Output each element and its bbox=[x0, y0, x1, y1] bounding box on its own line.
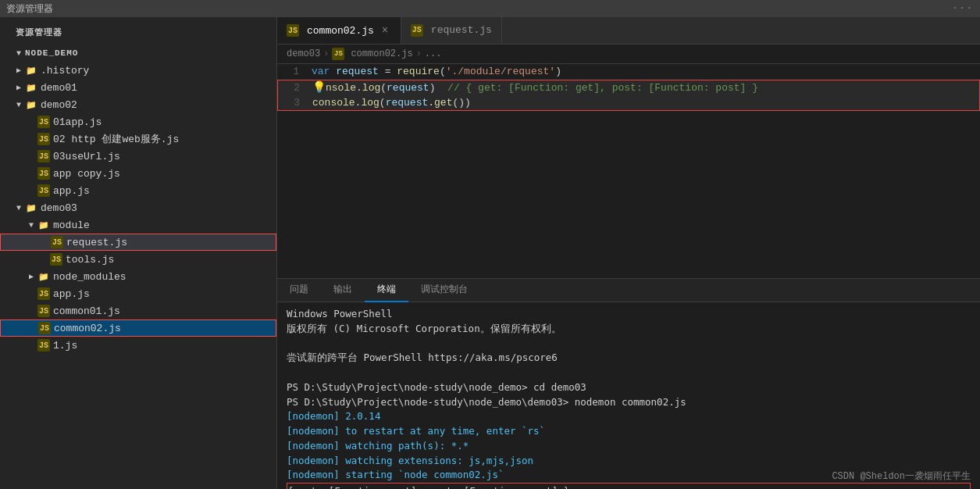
line-num-1: 1 bbox=[277, 64, 308, 79]
breadcrumb-part3: ... bbox=[425, 48, 442, 59]
terminal-panel: 问题 输出 终端 调试控制台 Windows PowerShell 版权所有 (… bbox=[277, 278, 980, 489]
sidebar-item-appjs[interactable]: JSapp.js bbox=[0, 285, 276, 302]
demo01-folder-icon: 📁 bbox=[25, 81, 37, 94]
title-label: 资源管理器 bbox=[6, 2, 53, 16]
terminal-line-9: [nodemon] watching extensions: js,mjs,js… bbox=[287, 454, 971, 469]
tab-common02[interactable]: JS common02.js × bbox=[277, 17, 401, 44]
terminal-line-8: [nodemon] watching path(s): *.* bbox=[287, 439, 971, 454]
node_modules-folder-icon: 📁 bbox=[37, 270, 50, 283]
root-label: NODE_DEMO bbox=[25, 48, 276, 58]
panel-tab-debug[interactable]: 调试控制台 bbox=[408, 279, 480, 302]
code-highlight-block: 2 💡nsole.log(request) // { get: [Functio… bbox=[277, 80, 980, 111]
03useUrl-label: 03useUrl.js bbox=[53, 151, 276, 162]
terminal-line-3: 尝试新的跨平台 PowerShell https://aka.ms/pscore… bbox=[287, 351, 971, 366]
line-content-2: 💡nsole.log(request) // { get: [Function:… bbox=[309, 80, 979, 95]
sidebar-item-requestjs[interactable]: JSrequest.js bbox=[0, 234, 276, 251]
terminal-content[interactable]: Windows PowerShell 版权所有 (C) Microsoft Co… bbox=[277, 302, 980, 489]
more-options[interactable]: ··· bbox=[952, 3, 974, 14]
sidebar-header: 资源管理器 bbox=[6, 20, 72, 41]
code-line-1: 1 var request = require('./module/reques… bbox=[277, 64, 980, 79]
common01-js-icon: JS bbox=[37, 305, 50, 317]
sidebar-tree: ▼ NODE_DEMO ▶📁.history▶📁demo01▼📁demo02JS… bbox=[0, 45, 276, 489]
demo03-chevron: ▼ bbox=[12, 202, 25, 214]
demo02-chevron: ▼ bbox=[12, 98, 25, 111]
sidebar-item-appcopy[interactable]: JSapp copy.js bbox=[0, 165, 276, 182]
breadcrumb-part2: common02.js bbox=[351, 48, 412, 59]
demo01-label: demo01 bbox=[41, 82, 276, 94]
onejs-label: 1.js bbox=[53, 340, 276, 352]
02http-js-icon: JS bbox=[37, 133, 50, 145]
sidebar-item-01app[interactable]: JS01app.js bbox=[0, 113, 276, 130]
line-num-3: 3 bbox=[278, 95, 309, 110]
appcopy-label: app copy.js bbox=[53, 168, 276, 180]
node_modules-chevron: ▶ bbox=[25, 270, 37, 283]
toolsjs-js-icon: JS bbox=[50, 253, 62, 266]
sidebar-item-demo02[interactable]: ▼📁demo02 bbox=[0, 96, 276, 113]
tab-bar: JS common02.js × JS request.js bbox=[277, 17, 980, 45]
line-content-1: var request = require('./module/request'… bbox=[308, 64, 980, 79]
sidebar-item-onejs[interactable]: JS1.js bbox=[0, 337, 276, 354]
sidebar-item-common02[interactable]: JScommon02.js bbox=[0, 319, 276, 337]
tab-label-common02: common02.js bbox=[307, 25, 374, 37]
terminal-line-4: PS D:\Study\Project\node-study\node_demo… bbox=[287, 380, 971, 395]
sidebar-root[interactable]: ▼ NODE_DEMO bbox=[0, 45, 276, 62]
demo02-label: demo02 bbox=[41, 99, 276, 111]
panel-tabs: 问题 输出 终端 调试控制台 bbox=[277, 279, 980, 302]
history-chevron: ▶ bbox=[12, 64, 25, 77]
sidebar-item-03useUrl[interactable]: JS03useUrl.js bbox=[0, 148, 276, 165]
requestjs-js-icon: JS bbox=[51, 236, 63, 248]
module-folder-icon: 📁 bbox=[37, 219, 50, 231]
terminal-line-5: PS D:\Study\Project\node-study\node_demo… bbox=[287, 395, 971, 410]
terminal-line-7: [nodemon] to restart at any time, enter … bbox=[287, 424, 971, 439]
terminal-line-6: [nodemon] 2.0.14 bbox=[287, 409, 971, 424]
sidebar-item-app02[interactable]: JSapp.js bbox=[0, 182, 276, 199]
appcopy-js-icon: JS bbox=[37, 167, 50, 180]
app02-label: app.js bbox=[53, 185, 276, 197]
sidebar-item-node_modules[interactable]: ▶📁node_modules bbox=[0, 268, 276, 285]
tab-label-request: request.js bbox=[431, 24, 492, 36]
common01-label: common01.js bbox=[53, 305, 276, 317]
sidebar-item-module[interactable]: ▼📁module bbox=[0, 216, 276, 234]
panel-tab-problems[interactable]: 问题 bbox=[277, 279, 321, 302]
01app-js-icon: JS bbox=[37, 116, 50, 128]
common02-js-icon: JS bbox=[38, 322, 51, 334]
panel-tab-output[interactable]: 输出 bbox=[321, 279, 365, 302]
code-editor[interactable]: 1 var request = require('./module/reques… bbox=[277, 64, 980, 278]
sidebar-item-02http[interactable]: JS02 http 创建web服务.js bbox=[0, 130, 276, 148]
demo01-chevron: ▶ bbox=[12, 81, 25, 94]
main-layout: 资源管理器 ▼ NODE_DEMO ▶📁.history▶📁demo01▼📁de… bbox=[0, 17, 980, 489]
tab-request[interactable]: JS request.js bbox=[401, 17, 502, 44]
tab-js-icon-request: JS bbox=[411, 24, 423, 37]
app02-js-icon: JS bbox=[37, 184, 50, 197]
breadcrumb-js-icon: JS bbox=[332, 48, 344, 60]
terminal-highlight-block: { get: [Function: get], post: [Function:… bbox=[287, 483, 971, 489]
title-bar: 资源管理器 ··· bbox=[0, 0, 980, 17]
onejs-js-icon: JS bbox=[37, 339, 50, 352]
sidebar-item-common01[interactable]: JScommon01.js bbox=[0, 302, 276, 319]
root-chevron: ▼ bbox=[12, 47, 25, 59]
breadcrumb-sep2: › bbox=[416, 48, 422, 59]
terminal-line-11: { get: [Function: get], post: [Function:… bbox=[287, 484, 970, 489]
terminal-line-1: Windows PowerShell bbox=[287, 307, 971, 322]
line-num-2: 2 bbox=[278, 80, 309, 95]
sidebar-header-row: 资源管理器 bbox=[0, 17, 276, 45]
breadcrumb-sep1: › bbox=[323, 48, 329, 59]
02http-label: 02 http 创建web服务.js bbox=[53, 132, 276, 146]
sidebar-item-history[interactable]: ▶📁.history bbox=[0, 62, 276, 79]
watermark: CSDN @Sheldon一袭烟雨任平生 bbox=[832, 469, 971, 483]
line-content-3: console.log(request.get()) bbox=[309, 95, 979, 110]
history-folder-icon: 📁 bbox=[25, 64, 37, 77]
appjs-js-icon: JS bbox=[37, 287, 50, 300]
module-label: module bbox=[53, 220, 276, 231]
terminal-line-blank1 bbox=[287, 337, 971, 352]
sidebar-item-toolsjs[interactable]: JStools.js bbox=[0, 251, 276, 268]
breadcrumb-part1: demo03 bbox=[287, 48, 320, 59]
sidebar-item-demo01[interactable]: ▶📁demo01 bbox=[0, 79, 276, 96]
demo03-label: demo03 bbox=[41, 202, 276, 214]
tab-close-common02[interactable]: × bbox=[379, 24, 391, 37]
panel-tab-terminal[interactable]: 终端 bbox=[365, 279, 408, 302]
sidebar-item-demo03[interactable]: ▼📁demo03 bbox=[0, 199, 276, 216]
breadcrumb: demo03 › JS common02.js › ... bbox=[277, 45, 980, 64]
appjs-label: app.js bbox=[53, 288, 276, 300]
demo03-folder-icon: 📁 bbox=[25, 202, 37, 214]
